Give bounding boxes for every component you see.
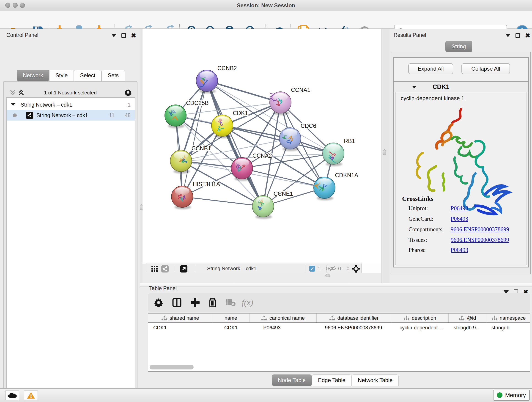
network-edge[interactable] (207, 81, 280, 102)
network-selection-status: 1 of 1 Network selected (6, 90, 135, 96)
network-options-gear-icon[interactable] (124, 88, 133, 98)
string-network-icon (26, 112, 33, 119)
tab-sets[interactable]: Sets (101, 70, 125, 81)
cdk1-entry-header[interactable]: CDK1 (394, 82, 528, 92)
tab-network[interactable]: Network (17, 70, 49, 81)
crosslink-label: Uniprot: (409, 205, 428, 211)
network-node-ccnb1[interactable] (170, 150, 192, 173)
title-bar: Session: New Session (0, 0, 532, 11)
tab-string[interactable]: String (445, 41, 472, 52)
network-badge-icon[interactable] (161, 265, 169, 274)
delete-column-icon[interactable] (205, 293, 221, 312)
right-splitter[interactable] (381, 29, 389, 283)
add-column-icon[interactable] (187, 293, 203, 312)
node-label-ccna2: CCNA2 (253, 153, 272, 159)
grid-view-icon[interactable] (151, 265, 158, 273)
crosslink-link[interactable]: 9606.ENSP00000378699 (451, 226, 509, 233)
control-panel: Control Panel ✖ Network Style Select Set… (0, 29, 140, 388)
network-node-cdc25b[interactable] (165, 105, 186, 128)
tab-edge-table[interactable]: Edge Table (312, 375, 352, 386)
node-label-ccnb1: CCNB1 (191, 145, 211, 152)
table-toolbar: f(x) (148, 293, 530, 312)
tab-style[interactable]: Style (49, 70, 74, 81)
warning-button[interactable] (24, 390, 38, 400)
show-columns-icon[interactable] (169, 293, 185, 312)
node-table[interactable]: shared name name canonical name database… (148, 313, 530, 372)
horizontal-splitter[interactable] (140, 283, 532, 287)
network-node-hist1h1a[interactable] (171, 186, 193, 209)
column-header: name (212, 313, 249, 322)
column-header: @id (449, 313, 486, 322)
collapse-all-button[interactable]: Collapse All (462, 63, 510, 74)
column-header: database identifier (317, 313, 391, 322)
crosslink-link[interactable]: P06493 (451, 247, 468, 253)
network-node-cdkn1a[interactable] (314, 177, 335, 200)
network-row-selected[interactable]: String Network – cdk1 11 48 (7, 110, 135, 121)
crosslink-link[interactable]: P06493 (451, 216, 468, 222)
crosslink-link[interactable]: 9606.ENSP00000378699 (451, 237, 509, 243)
node-label-cdk1: CDK1 (233, 110, 248, 116)
network-canvas[interactable]: CCNB2CCNA1CDC25BCDK1CDC6RB1CCNB1CCNA2CDK… (143, 29, 381, 264)
selected-checkbox[interactable]: ✓ (309, 266, 315, 272)
tab-network-table[interactable]: Network Table (352, 375, 399, 386)
network-list-panel: 1 of 1 Network selected String Network –… (3, 81, 138, 402)
close-panel-icon[interactable]: ✖ (131, 33, 136, 38)
expand-all-button[interactable]: Expand All (408, 63, 453, 74)
table-panel: Table Panel ✖ f(x) (140, 287, 532, 388)
control-panel-window-controls: ✖ (111, 33, 136, 38)
network-node-cdk1[interactable] (211, 115, 233, 138)
node-label-ccne1: CCNE1 (273, 191, 293, 197)
right-splitter-handle[interactable] (383, 149, 386, 155)
network-node-rb1[interactable] (323, 143, 344, 166)
network-view-dot-icon (13, 114, 17, 117)
tab-node-table[interactable]: Node Table (272, 375, 312, 386)
status-bar: Memory (0, 388, 532, 402)
collection-count: 1 (128, 102, 131, 108)
memory-status-dot (497, 392, 502, 398)
crosslink-label: Tissues: (409, 237, 427, 243)
crosslink-label: Compartments: (409, 226, 444, 233)
network-collection-row[interactable]: String Network – cdk1 1 (7, 99, 135, 110)
crosslink-link[interactable]: P06493 (451, 205, 468, 211)
protein-structure-image (407, 105, 514, 245)
fit-content-crosshair-icon[interactable] (352, 265, 360, 274)
control-panel-title: Control Panel (6, 32, 38, 38)
undock-panel-icon[interactable] (515, 33, 520, 38)
cloud-button[interactable] (5, 390, 19, 400)
crosslink-label: Pharos: (409, 247, 426, 253)
network-node-ccna2[interactable] (231, 157, 253, 181)
network-view-toolbar: String Network – cdk1 ✓ 1 – 0 0 – 0 (146, 264, 361, 273)
close-panel-icon[interactable]: ✖ (525, 33, 530, 38)
string-results-container: Expand All Collapse All CDK1 cyclin-depe… (391, 52, 531, 274)
memory-button[interactable]: Memory (493, 390, 530, 401)
main-toolbar: ? (0, 11, 532, 29)
float-panel-icon[interactable] (504, 290, 509, 294)
network-edge[interactable] (182, 81, 207, 197)
collection-label: String Network – cdk1 (21, 102, 72, 108)
table-options-gear-icon[interactable] (151, 293, 167, 312)
selected-count: 1 – 0 (317, 266, 329, 272)
node-label-cdc25b: CDC25B (186, 100, 209, 106)
float-panel-icon[interactable] (505, 34, 510, 37)
network-edge[interactable] (207, 81, 263, 206)
cytoscape-window: Session: New Session (0, 0, 532, 402)
float-panel-icon[interactable] (111, 34, 116, 37)
undock-panel-icon[interactable] (121, 33, 126, 38)
network-tree: String Network – cdk1 1 String Network –… (6, 97, 135, 402)
tab-select[interactable]: Select (74, 70, 101, 81)
results-panel-window-controls: ✖ (505, 33, 530, 38)
network-edge[interactable] (242, 168, 324, 188)
network-node-ccne1[interactable] (252, 196, 274, 219)
delete-table-icon (222, 293, 239, 312)
horizontal-splitter-handle[interactable] (325, 274, 330, 277)
cdk1-entry-card: CDK1 cyclin-dependent kinase 1 (393, 81, 529, 268)
edge-count: 48 (125, 112, 131, 119)
table-row[interactable]: CDK1 CDK1 P06493 9606.ENSP00000378699 cy… (148, 323, 530, 332)
results-panel: Results Panel ✖ String Expand All Collap… (389, 29, 532, 283)
network-edge[interactable] (182, 197, 263, 206)
network-node-ccna1[interactable] (270, 92, 291, 115)
network-node-cdc6[interactable] (279, 128, 301, 151)
horizontal-scrollbar-thumb[interactable] (150, 365, 194, 370)
table-header: shared name name canonical name database… (148, 313, 530, 323)
birdseye-view-icon[interactable] (180, 265, 187, 274)
